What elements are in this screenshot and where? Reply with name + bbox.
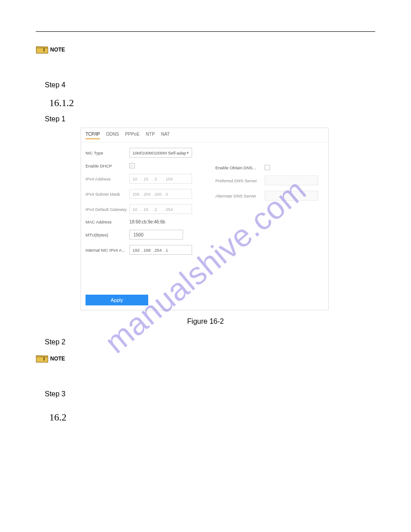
ipv4-gateway-input[interactable]: 10. 15. 2. 254 [129, 204, 192, 214]
divider [36, 31, 375, 32]
tab-tcpip[interactable]: TCP/IP [86, 132, 100, 139]
tcpip-settings-panel: TCP/IP DDNS PPPoE NTP NAT NIC Type 10M/1… [81, 128, 329, 310]
enable-obtain-dns-checkbox[interactable] [265, 165, 270, 170]
internal-nic-label: Internal NIC IPv4 A... [86, 248, 129, 253]
ipv4-mask-input[interactable]: 255. 255. 255. 0 [129, 189, 192, 199]
ipv4-address-input[interactable]: 10. 15. 2. 104 [129, 174, 192, 184]
tab-ddns[interactable]: DDNS [106, 132, 119, 139]
svg-text:i: i [43, 47, 45, 52]
figure-caption: Figure 16-2 [36, 317, 375, 326]
ipv4-mask-label: IPv4 Subnet Mask [86, 192, 129, 197]
apply-button[interactable]: Apply [86, 295, 148, 305]
note-label: NOTE [50, 47, 65, 53]
mtu-label: MTU(Bytes) [86, 232, 129, 237]
preferred-dns-label: Preferred DNS Server [215, 178, 265, 183]
ipv4-address-label: IPv4 Address [86, 176, 129, 181]
tab-pppoe[interactable]: PPPoE [125, 132, 140, 139]
section-16-2: 16.2 [49, 412, 375, 423]
step-3-label: Step 3 [45, 390, 375, 398]
nic-type-value: 10M/100M/1000M Self-adap [133, 150, 186, 155]
section-16-1-2: 16.1.2 [49, 97, 375, 109]
nic-type-label: NIC Type [86, 150, 129, 155]
note-icon: i [36, 354, 48, 363]
mtu-input[interactable]: 1500 [129, 230, 183, 240]
tab-ntp[interactable]: NTP [146, 132, 155, 139]
step-2-label: Step 2 [45, 338, 375, 346]
check-icon: ✓ [130, 163, 134, 168]
nic-type-select[interactable]: 10M/100M/1000M Self-adap ▾ [129, 148, 192, 158]
mac-address-label: MAC Address [86, 219, 129, 224]
chevron-down-icon: ▾ [187, 150, 189, 155]
tab-nat[interactable]: NAT [161, 132, 170, 139]
ipv4-gateway-label: IPv4 Default Gateway [86, 207, 129, 212]
right-column: Enable Obtain DNS... Preferred DNS Serve… [215, 165, 318, 206]
step-1-label: Step 1 [45, 115, 375, 123]
note-block-1: i NOTE [36, 45, 375, 54]
note-icon: i [36, 45, 48, 54]
alternate-dns-label: Alternate DNS Server [215, 193, 265, 198]
enable-dhcp-label: Enable DHCP [86, 163, 129, 168]
step-4-label: Step 4 [45, 81, 375, 89]
note-label: NOTE [50, 356, 65, 362]
preferred-dns-input[interactable] [265, 176, 318, 185]
note-block-2: i NOTE [36, 354, 375, 363]
svg-text:i: i [43, 356, 45, 361]
mac-address-value: 18:68:cb:9e:46:6b [129, 219, 165, 224]
tab-bar: TCP/IP DDNS PPPoE NTP NAT [81, 128, 328, 142]
alternate-dns-input[interactable] [265, 191, 318, 201]
enable-dhcp-checkbox[interactable]: ✓ [129, 163, 135, 168]
internal-nic-input[interactable]: 192. 168. 254. 1 [129, 245, 192, 255]
enable-obtain-dns-label: Enable Obtain DNS... [215, 165, 265, 170]
form-area: NIC Type 10M/100M/1000M Self-adap ▾ Enab… [81, 142, 328, 277]
